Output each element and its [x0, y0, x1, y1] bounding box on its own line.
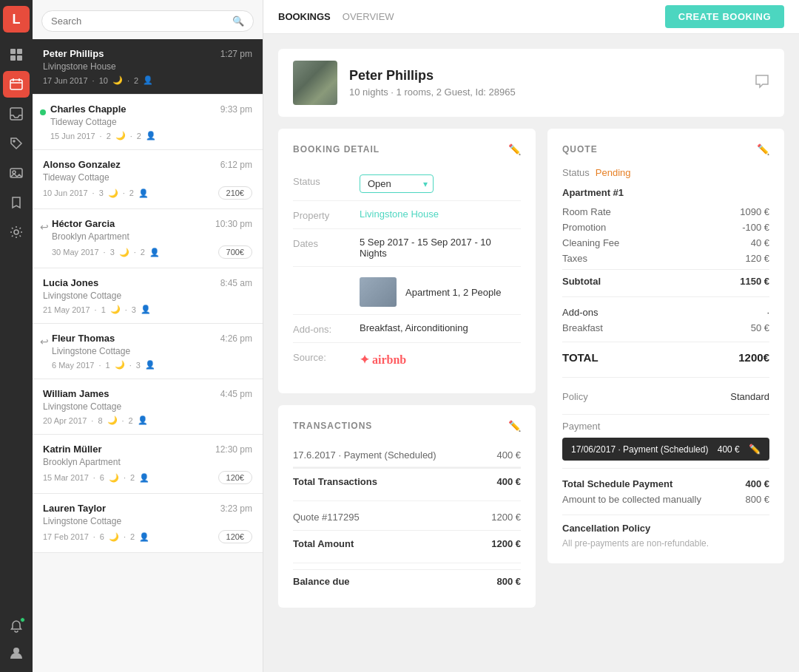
- svg-rect-2: [10, 55, 16, 61]
- booking-detail-header: BOOKING DETAIL ✏️: [293, 143, 521, 155]
- detail-right: QUOTE ✏️ Status Pending Apartment #1 Roo…: [547, 129, 784, 608]
- detail-area: Peter Phillips 10 nights · 1 rooms, 2 Gu…: [263, 34, 799, 672]
- booking-list: 🔍 Peter Phillips 1:27 pm Livingstone Hou…: [33, 0, 263, 672]
- sidebar-bottom: [3, 613, 30, 666]
- transactions-edit-icon[interactable]: ✏️: [508, 420, 521, 432]
- transaction-amount: 400 €: [496, 449, 521, 461]
- source-value: ✦ airbnb: [360, 350, 521, 371]
- booking-meta: 21 May 2017 · 1🌙 · 3👤: [43, 305, 252, 314]
- svg-point-13: [13, 648, 19, 654]
- total-amount-label: Total Amount: [293, 538, 354, 549]
- settings-icon[interactable]: [3, 219, 30, 245]
- property-label: Property: [293, 208, 360, 221]
- image-icon[interactable]: [3, 160, 30, 186]
- source-label: Source:: [293, 350, 360, 363]
- payment-edit-icon[interactable]: ✏️: [749, 444, 761, 455]
- divider: [293, 563, 521, 563]
- main-content: BOOKINGS OVERVIEW CREATE BOOKING Peter P…: [263, 0, 799, 672]
- status-select[interactable]: Open Confirmed Cancelled: [360, 174, 434, 193]
- promotion-row: Promotion -100 €: [562, 220, 769, 235]
- logo-icon[interactable]: L: [3, 6, 30, 33]
- policy-value: Standard: [730, 391, 769, 402]
- status-wrapper[interactable]: Open Confirmed Cancelled: [360, 174, 434, 193]
- bookmark-icon[interactable]: [3, 189, 30, 216]
- booking-property: Livingstone Cottage: [43, 516, 252, 526]
- list-item[interactable]: Lucia Jones 8:45 am Livingstone Cottage …: [33, 268, 263, 324]
- quote-edit-icon[interactable]: ✏️: [757, 143, 769, 155]
- taxes-label: Taxes: [562, 253, 587, 264]
- list-item[interactable]: Charles Chapple 9:33 pm Tideway Cottage …: [33, 95, 263, 150]
- quote-header: QUOTE ✏️: [562, 143, 769, 155]
- breakfast-row: Breakfast 50 €: [562, 320, 769, 336]
- booking-name: Alonso Gonzalez: [43, 159, 121, 170]
- balance-value: 800 €: [496, 576, 521, 587]
- chat-icon[interactable]: [755, 74, 769, 92]
- booking-time: 10:30 pm: [215, 219, 252, 229]
- tab-bookings[interactable]: BOOKINGS: [278, 8, 331, 25]
- quote-value: 1200 €: [491, 512, 521, 523]
- addons-header-row: Add-ons ·: [562, 305, 769, 320]
- booking-name: Lauren Taylor: [43, 503, 106, 514]
- total-amount-value: 1200 €: [491, 538, 521, 549]
- booking-meta: 17 Feb 2017 · 6🌙 · 2👤 120€: [43, 530, 252, 543]
- transactions-title: TRANSACTIONS: [293, 421, 372, 431]
- divider: [293, 500, 521, 501]
- notifications-icon[interactable]: [3, 613, 30, 639]
- booking-property: Brooklyn Apartment: [52, 231, 252, 242]
- booking-meta: 15 Jun 2017 · 2🌙 · 2👤: [50, 131, 252, 140]
- booking-property: Livingstone Cottage: [43, 291, 252, 301]
- booking-name: Charles Chapple: [50, 103, 127, 115]
- user-avatar-icon[interactable]: [3, 639, 30, 666]
- total-amount-row: Total Amount 1200 €: [293, 530, 521, 557]
- search-input[interactable]: [51, 16, 228, 27]
- create-booking-button[interactable]: CREATE BOOKING: [665, 5, 784, 28]
- status-label: Status: [293, 174, 360, 187]
- list-item[interactable]: William James 4:45 pm Livingstone Cottag…: [33, 379, 263, 435]
- booking-detail-edit-icon[interactable]: ✏️: [508, 143, 521, 155]
- inbox-icon[interactable]: [3, 101, 30, 127]
- quote-status-value: Pending: [596, 167, 631, 178]
- list-item[interactable]: Katrin Müller 12:30 pm Brooklyn Apartmen…: [33, 435, 263, 494]
- calendar-icon[interactable]: [3, 71, 30, 98]
- property-row: Property Livingstone House: [293, 201, 521, 229]
- tab-overview[interactable]: OVERVIEW: [343, 8, 394, 25]
- booking-time: 6:12 pm: [220, 160, 252, 170]
- quote-apartment-title: Apartment #1: [562, 187, 769, 198]
- cancel-policy-label: Cancellation Policy: [562, 523, 769, 534]
- booking-time: 12:30 pm: [215, 444, 252, 455]
- booking-name: William James: [43, 388, 109, 399]
- online-indicator: [40, 109, 46, 115]
- search-box[interactable]: 🔍: [41, 10, 254, 32]
- svg-point-9: [13, 140, 15, 142]
- list-item[interactable]: Peter Phillips 1:27 pm Livingstone House…: [33, 39, 263, 95]
- subtotal-value: 1150 €: [740, 276, 769, 287]
- quote-card: QUOTE ✏️ Status Pending Apartment #1 Roo…: [547, 129, 784, 563]
- grid-icon[interactable]: [3, 41, 30, 68]
- property-link[interactable]: Livingstone House: [360, 208, 439, 220]
- dates-label: Dates: [293, 237, 360, 249]
- dates-value: 5 Sep 2017 - 15 Sep 2017 - 10 Nights: [360, 237, 521, 259]
- quote-divider5: [562, 515, 769, 515]
- apartment-label: [293, 274, 360, 276]
- breakfast-label: Breakfast: [562, 322, 603, 333]
- addons-header-label: Add-ons: [562, 307, 598, 318]
- dates-row: Dates 5 Sep 2017 - 15 Sep 2017 - 10 Nigh…: [293, 229, 521, 267]
- total-label: TOTAL: [562, 351, 599, 364]
- list-item[interactable]: ↩ Héctor Garcia 10:30 pm Brooklyn Apartm…: [33, 209, 263, 268]
- booking-items: Peter Phillips 1:27 pm Livingstone House…: [33, 39, 263, 672]
- svg-rect-3: [17, 55, 22, 61]
- booking-time: 1:27 pm: [220, 49, 252, 59]
- total-row: TOTAL 1200€: [562, 342, 769, 370]
- sidebar: L: [0, 0, 33, 672]
- list-item[interactable]: Lauren Taylor 3:23 pm Livingstone Cottag…: [33, 494, 263, 553]
- payment-box: 17/06/2017 · Payment (Scheduled) 400 € ✏…: [562, 438, 769, 461]
- list-item[interactable]: Alonso Gonzalez 6:12 pm Tideway Cottage …: [33, 150, 263, 209]
- booking-detail-title: BOOKING DETAIL: [293, 144, 380, 155]
- tag-icon[interactable]: [3, 130, 30, 157]
- cleaning-fee-value: 40 €: [751, 237, 769, 248]
- payment-label: Payment: [562, 421, 769, 432]
- list-item[interactable]: ↩ Fleur Thomas 4:26 pm Livingstone Cotta…: [33, 324, 263, 379]
- booking-property: Livingstone Cottage: [52, 346, 252, 356]
- quote-divider3: [562, 414, 769, 415]
- policy-row: Policy Standard: [562, 385, 769, 408]
